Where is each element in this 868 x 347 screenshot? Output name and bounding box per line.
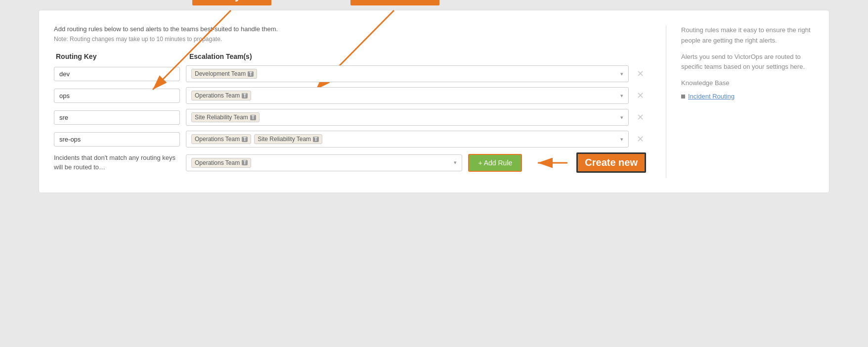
team-select-ops[interactable]: Operations Team T ▾ <box>186 87 629 104</box>
left-panel: key team Add rou <box>54 25 646 178</box>
description-text: Add routing rules below to send alerts t… <box>54 25 646 33</box>
team-tag-sre-ops-2: Site Reliability Team T <box>254 134 322 144</box>
team-tag-ops-name: Operations Team <box>195 92 240 99</box>
col-teams-header: Escalation Team(s) <box>189 52 646 60</box>
default-row-label: Incidents that don't match any routing k… <box>54 153 180 171</box>
key-annotation-label: key <box>192 0 271 5</box>
team-tag-sre-ops-1-name: Operations Team <box>195 136 240 143</box>
team-tag-default-name: Operations Team <box>195 159 240 166</box>
team-tag-dev: Development Team T <box>191 69 257 79</box>
dropdown-arrow-sre[interactable]: ▾ <box>620 114 623 121</box>
routing-key-input-ops[interactable] <box>54 89 180 103</box>
add-rule-button[interactable]: + Add Rule <box>468 154 522 172</box>
routing-key-input-dev[interactable] <box>54 67 180 81</box>
team-select-sre[interactable]: Site Reliability Team T ▾ <box>186 109 629 126</box>
team-tag-sre: Site Reliability Team T <box>191 112 260 122</box>
create-new-label: Create new <box>576 152 646 173</box>
team-tag-sre-ops-1-badge: T <box>242 137 248 142</box>
col-key-header: Routing Key <box>56 52 189 60</box>
dropdown-arrow-dev[interactable]: ▾ <box>620 71 623 77</box>
team-tag-sre-ops-2-name: Site Reliability Team <box>258 136 311 143</box>
team-tag-sre-name: Site Reliability Team <box>195 114 248 121</box>
team-tag-sre-badge: T <box>250 115 256 120</box>
kb-link-incident-routing[interactable]: Incident Routing <box>688 92 735 102</box>
table-row: Operations Team T Site Reliability Team … <box>54 131 646 148</box>
table-row: Operations Team T ▾ ✕ <box>54 87 646 104</box>
routing-key-input-sre-ops[interactable] <box>54 132 180 147</box>
create-new-arrow-svg <box>533 153 572 173</box>
team-tag-sre-ops-1: Operations Team T <box>191 134 251 144</box>
dropdown-arrow-sre-ops[interactable]: ▾ <box>620 136 623 143</box>
team-tag-default-badge: T <box>242 160 248 165</box>
team-select-default[interactable]: Operations Team T ▾ <box>186 154 462 171</box>
team-annotation-label: team <box>350 0 439 5</box>
delete-row-sre[interactable]: ✕ <box>635 113 646 122</box>
delete-row-dev[interactable]: ✕ <box>635 69 646 78</box>
default-row: Incidents that don't match any routing k… <box>54 152 646 173</box>
team-tag-ops: Operations Team T <box>191 91 251 100</box>
routing-key-input-sre[interactable] <box>54 110 180 125</box>
delete-row-sre-ops[interactable]: ✕ <box>635 135 646 144</box>
right-panel: Routing rules make it easy to ensure the… <box>666 25 814 178</box>
table-row: Development Team T ▾ ✕ <box>54 65 646 82</box>
table-row: Site Reliability Team T ▾ ✕ <box>54 109 646 126</box>
team-tag-ops-badge: T <box>242 93 248 99</box>
team-tag-sre-ops-2-badge: T <box>313 137 319 142</box>
team-select-sre-ops[interactable]: Operations Team T Site Reliability Team … <box>186 131 629 148</box>
kb-title: Knowledge Base <box>681 78 814 89</box>
dropdown-arrow-default[interactable]: ▾ <box>454 159 457 166</box>
delete-row-ops[interactable]: ✕ <box>635 91 646 100</box>
team-tag-default: Operations Team T <box>191 158 251 168</box>
right-panel-para2: Alerts you send to VictorOps are routed … <box>681 52 814 73</box>
team-tag-dev-name: Development Team <box>195 70 246 77</box>
note-text: Note: Routing changes may take up to 10 … <box>54 36 646 43</box>
team-tag-dev-badge: T <box>248 71 254 77</box>
right-panel-para1: Routing rules make it easy to ensure the… <box>681 25 814 46</box>
dropdown-arrow-ops[interactable]: ▾ <box>620 93 623 99</box>
kb-bullet <box>681 95 685 99</box>
team-select-dev[interactable]: Development Team T ▾ <box>186 65 629 82</box>
table-header: Routing Key Escalation Team(s) <box>54 52 646 60</box>
main-card: key team Add rou <box>39 10 829 193</box>
